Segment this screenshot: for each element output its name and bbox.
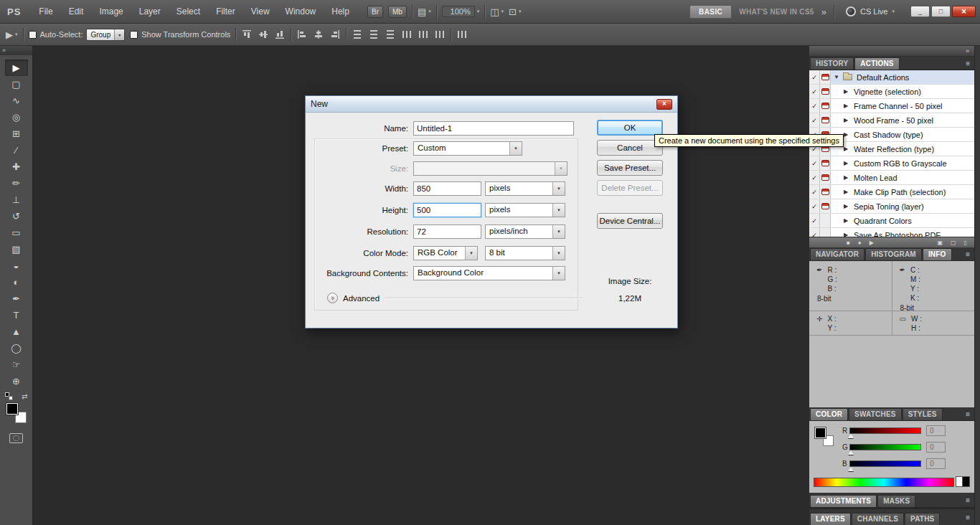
menu-layer[interactable]: Layer [131, 0, 169, 24]
height-unit-dropdown[interactable]: pixels ▼ [485, 203, 565, 217]
tab-history[interactable]: HISTORY [810, 57, 854, 70]
blue-value-field[interactable]: 0 [926, 458, 946, 469]
expand-arrow-icon[interactable]: ▶ [844, 189, 851, 195]
close-button[interactable]: × [952, 6, 976, 17]
tab-navigator[interactable]: NAVIGATOR [810, 248, 864, 260]
distribute-top-edges-icon[interactable] [352, 29, 363, 40]
foreground-color-swatch[interactable] [815, 427, 826, 438]
workspace-basic-button[interactable]: BASIC [689, 5, 732, 19]
tool-preset-picker[interactable]: ▶ ▾ [6, 29, 18, 40]
action-toggle-checkbox[interactable]: ✓ [809, 185, 820, 199]
play-selection-icon[interactable]: ▶ [870, 240, 874, 246]
auto-align-layers-icon[interactable] [456, 29, 468, 40]
height-input[interactable] [413, 203, 481, 217]
menu-file[interactable]: File [31, 0, 60, 24]
action-toggle-checkbox[interactable]: ✓ [809, 171, 820, 184]
menu-help[interactable]: Help [324, 0, 357, 24]
dock-collapse-strip[interactable]: » [809, 46, 974, 57]
menu-select[interactable]: Select [169, 0, 208, 24]
align-top-edges-icon[interactable] [241, 29, 253, 40]
panel-menu-icon[interactable]: ≡ [961, 496, 974, 504]
zoom-tool[interactable]: ⊕ [5, 373, 28, 389]
green-slider[interactable] [849, 444, 921, 450]
menu-edit[interactable]: Edit [61, 0, 92, 24]
tab-styles[interactable]: STYLES [903, 408, 943, 420]
type-tool[interactable]: T [5, 307, 28, 323]
workspace-overflow-chevron[interactable]: » [821, 6, 826, 17]
expand-arrow-icon[interactable]: ▶ [844, 103, 851, 109]
action-row[interactable]: ✓ ▶ Make Clip Path (selection) [809, 185, 974, 199]
color-panel-swatches[interactable] [815, 427, 834, 446]
clone-stamp-tool[interactable]: ⊥ [5, 191, 28, 208]
ellipse-tool[interactable]: ◯ [5, 340, 28, 356]
action-modal-toggle[interactable] [820, 70, 831, 84]
action-modal-toggle[interactable] [820, 185, 831, 199]
menu-window[interactable]: Window [278, 0, 324, 24]
swap-colors-icon[interactable]: ⇄ [22, 392, 27, 400]
bit-depth-dropdown[interactable]: 8 bit ▼ [485, 246, 565, 260]
tab-color[interactable]: COLOR [810, 408, 848, 420]
slider-handle[interactable] [848, 467, 854, 471]
tools-collapse-strip[interactable]: » [0, 46, 32, 55]
rectangular-marquee-tool[interactable]: ▢ [5, 76, 28, 93]
slider-handle[interactable] [848, 434, 854, 438]
action-toggle-checkbox[interactable]: ✓ [809, 156, 820, 170]
delete-icon[interactable]: ▯ [964, 240, 967, 246]
begin-recording-icon[interactable]: ● [858, 240, 862, 246]
expand-arrow-icon[interactable]: ▼ [834, 74, 841, 80]
launch-bridge-button[interactable]: Br [367, 6, 383, 18]
new-set-icon[interactable]: ▣ [937, 240, 943, 246]
color-mode-dropdown[interactable]: RGB Color ▼ [413, 246, 478, 260]
align-right-edges-icon[interactable] [329, 29, 341, 40]
preset-dropdown[interactable]: Custom ▼ [413, 141, 522, 156]
save-preset-button[interactable]: Save Preset... [597, 160, 663, 176]
action-modal-toggle[interactable] [820, 214, 831, 227]
blue-slider[interactable] [849, 460, 921, 467]
action-row[interactable]: ✓ ▶ Save As Photoshop PDF [809, 228, 974, 237]
expand-arrow-icon[interactable]: ▶ [844, 160, 851, 166]
tab-info[interactable]: INFO [923, 248, 952, 260]
show-transform-checkbox[interactable] [130, 31, 138, 39]
action-toggle-checkbox[interactable]: ✓ [809, 199, 820, 213]
expand-arrow-icon[interactable]: ▶ [844, 117, 851, 123]
pen-tool[interactable]: ✒ [5, 290, 28, 307]
action-modal-toggle[interactable] [820, 171, 831, 184]
minimize-button[interactable]: _ [910, 6, 930, 17]
view-extras-button[interactable]: ▤ ▾ [418, 6, 431, 17]
screen-mode-button[interactable]: ⊡ ▾ [509, 6, 521, 17]
tab-layers[interactable]: LAYERS [810, 513, 851, 525]
distribute-vertical-centers-icon[interactable] [368, 29, 380, 40]
tab-paths[interactable]: PATHS [905, 513, 940, 525]
action-toggle-checkbox[interactable]: ✓ [809, 99, 820, 113]
launch-mini-bridge-button[interactable]: Mb [388, 6, 407, 18]
cancel-button[interactable]: Cancel [597, 140, 663, 156]
menu-image[interactable]: Image [91, 0, 131, 24]
action-row[interactable]: ✓ ▶ Molten Lead [809, 171, 974, 185]
cs-live-button[interactable]: CS Live ▾ [842, 5, 899, 18]
tab-histogram[interactable]: HISTOGRAM [865, 248, 922, 260]
eyedropper-tool[interactable]: ∕ [5, 142, 28, 159]
action-row[interactable]: ✓ ▶ Custom RGB to Grayscale [809, 156, 974, 171]
dialog-close-button[interactable]: × [656, 99, 672, 110]
ok-button[interactable]: OK [597, 120, 663, 136]
eraser-tool[interactable]: ▭ [5, 224, 28, 241]
action-toggle-checkbox[interactable]: ✓ [809, 228, 820, 237]
action-row[interactable]: ✓ ▶ Quadrant Colors [809, 214, 974, 228]
quick-mask-mode-button[interactable] [9, 433, 23, 443]
expand-arrow-icon[interactable]: ▶ [844, 232, 851, 237]
align-vertical-centers-icon[interactable] [258, 29, 269, 40]
slider-handle[interactable] [848, 450, 854, 455]
background-contents-dropdown[interactable]: Background Color ▼ [413, 266, 565, 280]
tab-masks[interactable]: MASKS [877, 495, 915, 507]
zoom-level-input[interactable]: 100% [442, 6, 475, 17]
resolution-input[interactable] [413, 224, 481, 239]
panel-menu-icon[interactable]: ≡ [961, 410, 974, 418]
width-input[interactable] [413, 181, 481, 196]
stop-playing-icon[interactable]: ■ [847, 240, 850, 246]
action-toggle-checkbox[interactable]: ✓ [809, 113, 820, 127]
action-modal-toggle[interactable] [820, 85, 831, 98]
distribute-bottom-edges-icon[interactable] [385, 29, 396, 40]
green-value-field[interactable]: 0 [926, 442, 946, 453]
spot-healing-brush-tool[interactable]: ✚ [5, 159, 28, 175]
action-toggle-checkbox[interactable]: ✓ [809, 214, 820, 227]
